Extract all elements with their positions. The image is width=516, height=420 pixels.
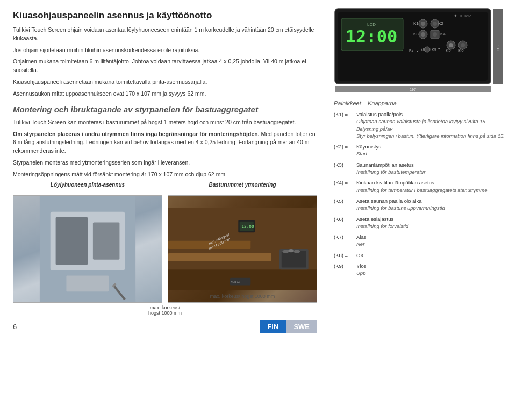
key-row-k8: (K8) = OK [334,252,508,259]
key-desc-k4: Kiukaan kivitilan lämpötilan asetus Inst… [356,179,508,194]
para3: Ohjaimen mukana toimitetaan 6 m liitäntä… [13,58,317,75]
key-desc-k8: OK [356,252,508,259]
svg-rect-10 [168,253,271,261]
svg-point-14 [288,249,294,252]
key-row-k9: (K9) = Ylös Upp [334,262,508,277]
svg-rect-2 [56,217,88,265]
svg-rect-12 [282,251,306,268]
section-para3: Styrpanelen monteras med ytmonteringsser… [13,159,317,167]
key-desc-k1: Valaistus päällä/pois Ohjataan saunan va… [356,111,508,139]
key-row-k5: (K5) = Aseta saunan päällä olo aika Inst… [334,197,508,212]
images-row: 12:00 Tulikivi min. etäisyys/ minst 200 … [13,195,317,303]
key-id-k3: (K3) = [334,161,354,168]
key-table: (K1) = Valaistus päällä/pois Ohjataan sa… [334,111,508,281]
para5: Asennusaukon mitat uppoasennukseen ovat … [13,90,317,98]
svg-text:k8: k8 [421,48,425,52]
svg-point-13 [282,250,289,253]
svg-text:K2: K2 [438,21,443,26]
svg-rect-4 [66,276,109,292]
key-id-k4: (K4) = [334,179,354,186]
bottom-label-2: Basturummet ytmontering [168,182,317,188]
svg-text:Tulikivi: Tulikivi [231,281,240,284]
key-id-k6: (K6) = [334,216,354,223]
key-row-k4: (K4) = Kiukaan kivitilan lämpötilan aset… [334,179,508,194]
svg-text:K6: K6 [458,48,464,53]
key-desc-k5: Aseta saunan päällä olo aika Inställning… [356,197,508,212]
key-row-k7: (K7) = Alas Ner [334,233,508,248]
svg-text:⌃: ⌃ [437,47,441,53]
svg-point-51 [461,43,465,47]
svg-text:197: 197 [410,88,416,91]
svg-text:✦ Tulikivi: ✦ Tulikivi [454,13,471,18]
bottom-labels: Löylyhuoneen pinta-asennus Basturummet y… [13,182,317,188]
img2-bottom-label: max. korkeus/högst 1000 mm [13,305,317,316]
key-id-k8: (K8) = [334,252,354,259]
svg-text:K4: K4 [440,32,446,37]
para2: Jos ohjain sijoitetaan muihin tiloihin a… [13,46,317,55]
section-para2: Om styrpanelen placeras i andra utrymmen… [13,130,317,155]
img2-label: max. korkeus/ högst 1000 mm [210,294,275,299]
svg-text:K7: K7 [409,48,414,52]
section-title: Montering och ibruktagande av styrpanele… [13,104,317,115]
lang-fin-button[interactable]: FIN [260,320,286,333]
key-desc-k9: Ylös Upp [356,262,508,277]
svg-point-15 [293,250,300,253]
key-id-k7: (K7) = [334,233,354,240]
key-desc-k7: Alas Ner [356,233,508,248]
key-desc-k6: Aseta esiajastus Inställning för förvals… [356,216,508,230]
lang-buttons: FIN SWE [260,320,317,333]
key-id-k2: (K2) = [334,143,354,150]
key-row-k2: (K2) = Käynnistys Start [334,143,508,158]
section-para4: Monteringsöppningens mått vid försänkt m… [13,170,317,179]
main-title: Kiuasohjauspaneelin asennus ja käyttööno… [13,10,317,22]
para1: Tulikivi Touch Screen ohjain voidaan ase… [13,26,317,43]
key-row-k1: (K1) = Valaistus päällä/pois Ohjataan sa… [334,111,508,139]
lang-swe-button[interactable]: SWE [286,320,317,333]
key-id-k5: (K5) = [334,197,354,204]
para4: Kiuasohjauspaneeli asennetaan mukana toi… [13,78,317,87]
section-para2-bold: Om styrpanelen placeras i andra utrymmen… [13,131,260,137]
left-column: Kiuasohjauspaneelin asennus ja käyttööno… [0,0,328,420]
svg-rect-3 [93,223,120,260]
svg-point-37 [421,32,425,37]
svg-point-48 [449,43,453,47]
svg-text:K9: K9 [432,48,436,52]
sauna-room-image: 12:00 Tulikivi min. etäisyys/ minst 200 … [168,195,317,303]
wall-mount-image [13,195,162,303]
section-para1: Tulikivi Touch Screen kan monteras i bas… [13,118,317,127]
key-id-k9: (K9) = [334,262,354,269]
painikkeet-title: Painikkeet – Knapparna [334,100,508,106]
device-diagram: ✦ Tulikivi LCD 12:00 K1 K2 K3 K4 [334,8,506,94]
svg-text:K3: K3 [413,32,419,37]
bottom-label-1: Löylyhuoneen pinta-asennus [13,182,162,188]
svg-text:K5: K5 [446,48,451,53]
svg-point-31 [421,22,425,26]
page-number: 6 [13,323,17,331]
svg-text:130: 130 [496,45,500,51]
svg-text:⌄: ⌄ [415,47,420,53]
bottom-bar: 6 FIN SWE [13,320,317,333]
svg-point-33 [433,22,437,26]
svg-text:12:00: 12:00 [346,26,397,47]
right-column: ✦ Tulikivi LCD 12:00 K1 K2 K3 K4 [328,0,516,420]
key-desc-k3: Saunanlämpötilan asetus Inställning för … [356,161,508,176]
key-row-k3: (K3) = Saunanlämpötilan asetus Inställni… [334,161,508,176]
svg-point-39 [433,32,437,37]
svg-text:12:00: 12:00 [241,224,254,229]
device-diagram-wrap: ✦ Tulikivi LCD 12:00 K1 K2 K3 K4 [334,8,508,95]
svg-point-44 [425,47,430,52]
key-id-k1: (K1) = [334,111,354,118]
svg-text:K1: K1 [413,21,419,26]
key-desc-k2: Käynnistys Start [356,143,508,158]
key-row-k6: (K6) = Aseta esiajastus Inställning för … [334,216,508,230]
